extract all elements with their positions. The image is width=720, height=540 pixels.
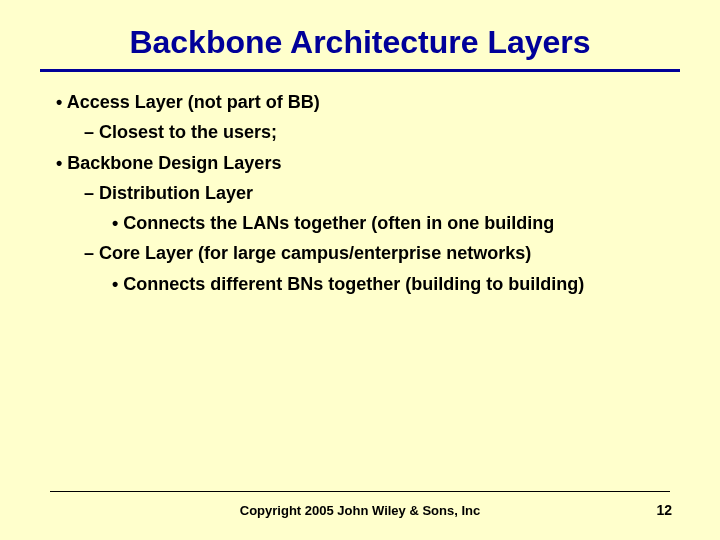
bullet-text: Distribution Layer bbox=[99, 183, 253, 203]
bullet-text: Backbone Design Layers bbox=[67, 153, 281, 173]
bullet-text: Core Layer (for large campus/enterprise … bbox=[99, 243, 531, 263]
bullet-level1: Access Layer (not part of BB) bbox=[56, 90, 664, 114]
bullet-level3: Connects different BNs together (buildin… bbox=[112, 272, 664, 296]
bullet-text: Connects different BNs together (buildin… bbox=[123, 274, 584, 294]
page-number: 12 bbox=[656, 502, 672, 518]
bullet-text: Connects the LANs together (often in one… bbox=[123, 213, 554, 233]
slide-title: Backbone Architecture Layers bbox=[40, 24, 680, 61]
bullet-level3: Connects the LANs together (often in one… bbox=[112, 211, 664, 235]
copyright-text: Copyright 2005 John Wiley & Sons, Inc bbox=[0, 503, 720, 518]
bullet-level2: Core Layer (for large campus/enterprise … bbox=[84, 241, 664, 265]
bullet-text: Access Layer (not part of BB) bbox=[67, 92, 320, 112]
bullet-level2: Closest to the users; bbox=[84, 120, 664, 144]
footer-divider bbox=[50, 491, 670, 492]
bullet-level2: Distribution Layer bbox=[84, 181, 664, 205]
bullet-level1: Backbone Design Layers bbox=[56, 151, 664, 175]
footer: Copyright 2005 John Wiley & Sons, Inc 12 bbox=[0, 503, 720, 518]
slide-content: Access Layer (not part of BB) Closest to… bbox=[0, 72, 720, 296]
bullet-text: Closest to the users; bbox=[99, 122, 277, 142]
title-wrap: Backbone Architecture Layers bbox=[0, 0, 720, 61]
slide: Backbone Architecture Layers Access Laye… bbox=[0, 0, 720, 540]
